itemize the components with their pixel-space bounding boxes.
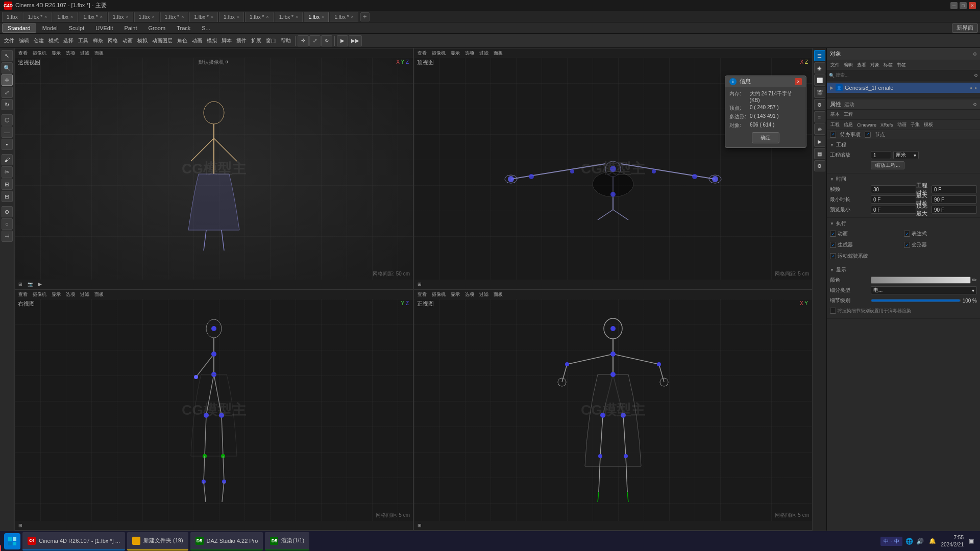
obj-item-genesis[interactable]: ▶ 👤 Genesis8_1Female ● ● [827,83,980,93]
vp-p-view[interactable]: 查看 [17,50,29,57]
obj-visibility[interactable]: ● [970,86,972,90]
action-center-icon[interactable]: ▣ [967,538,976,544]
vp-p-b-play[interactable]: ▶ [37,282,43,287]
attr-mode-basic[interactable]: 基本 [829,111,841,118]
vp-r-display[interactable]: 显示 [50,291,62,298]
mode-paint[interactable]: Paint [119,23,142,33]
attr-settings-icon[interactable]: ⚙ [973,102,977,107]
menu-anim2[interactable]: 动画 [190,37,204,44]
attr-st-sub[interactable]: 子集 [909,121,921,128]
mode-groom[interactable]: Groom [143,23,171,33]
ime-indicator[interactable]: 中 · 中 [880,537,902,546]
lt-paint[interactable]: 🖌 [2,154,13,165]
menu-sim2[interactable]: 模拟 [205,37,219,44]
taskbar-folder[interactable]: 新建文件夹 (19) [127,532,188,550]
mode-sculpt[interactable]: Sculpt [64,23,90,33]
tab-6[interactable]: 1.fbx * × [160,12,189,22]
menu-tools[interactable]: 工具 [76,37,90,44]
lt-mirror[interactable]: ⊣ [2,231,13,242]
render-lod-cb[interactable] [830,308,836,314]
windows-start-button[interactable] [4,533,20,549]
exec-anim-cb[interactable]: ✓ [830,231,836,237]
fps-value[interactable]: 30 [871,185,916,193]
vp-t-b-icons[interactable]: ⊞ [416,282,423,287]
vp-p-panel[interactable]: 面板 [93,50,105,57]
attr-cb-node[interactable]: ✓ [865,132,871,138]
vp-f-b-icons[interactable]: ⊞ [416,523,423,528]
minimize-button[interactable]: ─ [950,2,958,9]
ri-render[interactable]: ▦ [814,148,825,159]
vp-t-display[interactable]: 显示 [449,50,461,57]
tool-rotate[interactable]: ↻ [321,35,332,46]
attr-st-project[interactable]: 工程 [829,121,841,128]
vp-p-camera[interactable]: 摄像机 [31,50,48,57]
tab-8[interactable]: 1.fbx × [219,12,244,22]
vp-p-options[interactable]: 选项 [64,50,77,57]
vp-r-panel[interactable]: 面板 [93,291,105,298]
info-ok-button[interactable]: 确定 [752,132,779,143]
vp-t-panel[interactable]: 面板 [492,50,504,57]
vp-f-display[interactable]: 显示 [449,291,461,298]
exec-deform-cb[interactable]: ✓ [904,242,910,248]
attr-st-anim[interactable]: 动画 [896,121,908,128]
menu-animation[interactable]: 动画 [120,37,135,44]
menu-simulate[interactable]: 模拟 [135,37,150,44]
menu-window[interactable]: 窗口 [264,37,278,44]
vp-r-b-icons[interactable]: ⊞ [17,523,24,528]
preview-min-value[interactable]: 0 F [871,206,916,214]
vp-p-b-icons[interactable]: ⊞ [17,282,24,287]
lt-knife[interactable]: ✂ [2,166,13,178]
menu-select[interactable]: 选择 [61,37,76,44]
om-file-btn[interactable]: 文件 [829,62,841,68]
tab-3[interactable]: 1.fbx * × [79,12,107,22]
exec-mds-cb[interactable]: ✓ [830,253,836,259]
tool-scale[interactable]: ⤢ [309,35,321,46]
lt-brush[interactable]: ○ [2,218,13,230]
project-length-value[interactable]: 0 F [932,185,977,193]
min-time-value[interactable]: 0 F [871,195,916,204]
tab-4[interactable]: 1.fbx × [108,12,133,22]
ri-object-manager[interactable]: ☰ [814,50,825,61]
om-edit-btn[interactable]: 编辑 [842,62,854,68]
subdiv-type-value[interactable]: 电... ▾ [871,286,977,294]
menu-create[interactable]: 创建 [32,37,46,44]
preview-max-value[interactable]: 90 F [932,206,977,214]
project-scale-value[interactable]: 1 [871,151,891,159]
info-dialog-close-button[interactable]: × [795,78,802,85]
speaker-icon[interactable]: 🔊 [916,538,924,545]
close-button[interactable]: ✕ [969,2,976,9]
lt-scale[interactable]: ⤢ [2,87,13,98]
settings-icon[interactable]: ⚙ [974,73,978,78]
tool-render[interactable]: ▶ [337,35,348,46]
menu-anim-layer[interactable]: 动画图层 [150,37,175,44]
ri-coords[interactable]: ⊕ [814,123,825,135]
add-tab-button[interactable]: + [360,12,370,21]
menu-edit[interactable]: 编辑 [17,37,31,44]
taskbar-c4d[interactable]: C4 Cinema 4D R26.107 - [1.fbx *] ... [22,532,125,550]
ri-materials[interactable]: ◉ [814,62,825,73]
taskbar-render[interactable]: D5 渲染(1/1) [265,532,309,550]
lt-extrude[interactable]: ⊞ [2,179,13,190]
om-view-btn[interactable]: 查看 [855,62,868,68]
om-search-input[interactable]: 搜索... [836,72,849,79]
tab-1[interactable]: 1.fbx * × [23,12,52,22]
lt-point[interactable]: • [2,139,13,150]
color-edit-icon[interactable]: ✏ [972,277,977,284]
vp-r-options[interactable]: 选项 [64,291,77,298]
viewport-right[interactable]: CG模型主 查看 摄像机 显示 选项 过滤 面板 右视图 Y Z [14,289,413,531]
mode-track[interactable]: Track [172,23,195,33]
vp-f-options[interactable]: 选项 [463,291,476,298]
project-scale-btn[interactable]: 缩放工程... [871,161,904,169]
om-obj-btn[interactable]: 对象 [869,62,881,68]
tool-render-view[interactable]: ▶▶ [349,35,362,46]
taskbar-daz[interactable]: D5 DAZ Studio 4.22 Pro [190,532,263,550]
attr-mode-coord[interactable]: 工程 [842,111,854,118]
attr-st-template[interactable]: 模板 [922,121,935,128]
ri-scene[interactable]: 🎬 [814,87,825,98]
ri-settings[interactable]: ⚙ [814,160,825,171]
tab-12[interactable]: 1.fbx * × [330,12,358,22]
vp-t-options[interactable]: 选项 [463,50,476,57]
viewport-front[interactable]: CG模型主 查看 摄像机 显示 选项 过滤 面板 正视图 X Y [413,289,813,531]
tab-9[interactable]: 1.fbx * × [245,12,274,22]
om-tag-btn[interactable]: 标签 [882,62,894,68]
